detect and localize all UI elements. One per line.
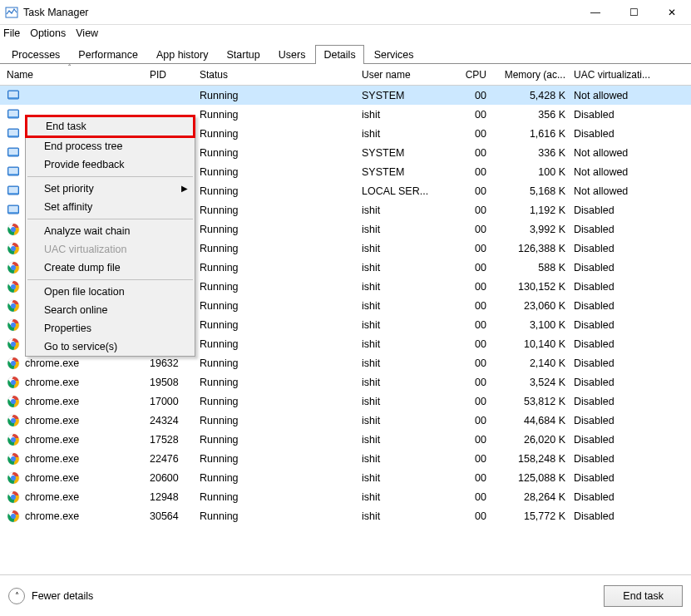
cell-uac: Disabled — [565, 300, 664, 312]
fewer-details-chevron-icon[interactable]: ˄ — [8, 588, 25, 604]
cell-pid: 30564 — [150, 510, 200, 522]
process-name: chrome.exe — [25, 377, 79, 388]
chrome-icon — [7, 318, 20, 332]
cell-uac: Disabled — [565, 224, 664, 235]
column-name[interactable]: Name — [0, 69, 150, 81]
column-cpu[interactable]: CPU — [453, 69, 486, 81]
cell-status: Running — [200, 510, 362, 522]
svg-rect-12 — [9, 187, 18, 193]
generic-app-icon — [7, 185, 20, 198]
cell-pid: 17528 — [150, 434, 200, 446]
cell-memory: 158,248 K — [486, 453, 565, 465]
table-row[interactable]: chrome.exe20600Runningishit00125,088 KDi… — [0, 468, 691, 487]
context-open-file-location[interactable]: Open file location — [26, 283, 195, 301]
end-task-button[interactable]: End task — [604, 585, 683, 607]
cell-cpu: 00 — [453, 377, 486, 388]
cell-cpu: 00 — [453, 434, 486, 446]
close-button[interactable]: ✕ — [653, 0, 691, 25]
context-separator — [27, 176, 193, 177]
cell-user: ishit — [362, 453, 453, 465]
fewer-details-label[interactable]: Fewer details — [32, 590, 93, 602]
column-user[interactable]: User name — [362, 69, 453, 81]
cell-status: Running — [200, 357, 362, 369]
cell-user: SYSTEM — [362, 147, 453, 159]
cell-user: ishit — [362, 357, 453, 369]
cell-user: ishit — [362, 205, 453, 216]
cell-uac: Disabled — [565, 262, 664, 274]
cell-memory: 26,020 K — [486, 434, 565, 446]
cell-memory: 15,772 K — [486, 510, 565, 522]
column-memory[interactable]: Memory (ac... — [486, 69, 565, 81]
tab-startup[interactable]: Startup — [218, 45, 268, 64]
cell-status: Running — [200, 185, 362, 197]
tab-users[interactable]: Users — [270, 45, 314, 64]
cell-uac: Disabled — [565, 128, 664, 140]
cell-uac: Not allowed — [565, 90, 664, 101]
menu-options[interactable]: Options — [30, 27, 66, 39]
process-name: chrome.exe — [25, 415, 79, 426]
generic-app-icon — [7, 204, 20, 217]
column-uac[interactable]: UAC virtualizati... — [565, 69, 664, 81]
context-provide-feedback[interactable]: Provide feedback — [26, 155, 195, 174]
cell-uac: Disabled — [565, 357, 664, 369]
context-set-priority[interactable]: Set priority ▶ — [26, 180, 195, 198]
menu-view[interactable]: View — [76, 27, 98, 39]
context-search-online[interactable]: Search online — [26, 301, 195, 319]
cell-status: Running — [200, 415, 362, 426]
cell-user: SYSTEM — [362, 166, 453, 178]
maximize-button[interactable]: ☐ — [614, 0, 653, 25]
cell-uac: Disabled — [565, 434, 664, 446]
column-status[interactable]: Status — [200, 69, 362, 81]
menu-file[interactable]: File — [3, 27, 20, 39]
context-go-to-services[interactable]: Go to service(s) — [26, 338, 195, 356]
cell-cpu: 00 — [453, 185, 486, 197]
process-name: chrome.exe — [25, 434, 79, 446]
context-analyze-wait-chain[interactable]: Analyze wait chain — [26, 222, 195, 240]
table-row[interactable]: chrome.exe24324Runningishit0044,684 KDis… — [0, 411, 691, 430]
context-end-process-tree[interactable]: End process tree — [26, 137, 195, 155]
context-set-affinity[interactable]: Set affinity — [26, 198, 195, 216]
tab-app-history[interactable]: App history — [148, 45, 217, 64]
cell-cpu: 00 — [453, 166, 486, 178]
tab-details[interactable]: Details — [315, 45, 363, 64]
tab-services[interactable]: Services — [366, 45, 422, 64]
cell-status: Running — [200, 243, 362, 254]
cell-cpu: 00 — [453, 453, 486, 465]
table-row[interactable]: chrome.exe30564Runningishit0015,772 KDis… — [0, 506, 691, 525]
cell-memory: 356 K — [486, 109, 565, 121]
context-set-priority-label: Set priority — [44, 183, 94, 195]
context-end-task[interactable]: End task — [25, 115, 195, 138]
context-properties[interactable]: Properties — [26, 319, 195, 338]
cell-name: chrome.exe — [0, 471, 150, 485]
table-row[interactable]: chrome.exe22476Runningishit00158,248 KDi… — [0, 449, 691, 468]
cell-status: Running — [200, 319, 362, 331]
process-name: chrome.exe — [25, 491, 79, 503]
cell-cpu: 00 — [453, 109, 486, 121]
column-pid[interactable]: PID — [150, 69, 200, 81]
tab-performance[interactable]: Performance — [70, 45, 146, 64]
context-create-dump[interactable]: Create dump file — [26, 259, 195, 277]
svg-rect-8 — [9, 149, 18, 155]
cell-uac: Disabled — [565, 377, 664, 388]
cell-status: Running — [200, 472, 362, 484]
cell-pid: 22476 — [150, 453, 200, 465]
table-row[interactable]: chrome.exe19508Runningishit003,524 KDisa… — [0, 372, 691, 392]
table-row[interactable]: chrome.exe17528Runningishit0026,020 KDis… — [0, 430, 691, 449]
cell-name: chrome.exe — [0, 433, 150, 446]
table-row[interactable]: RunningSYSTEM005,428 KNot allowed — [0, 86, 691, 105]
task-manager-icon — [5, 6, 18, 19]
tab-strip: Processes Performance App history Startu… — [0, 42, 691, 64]
cell-user: ishit — [362, 319, 453, 331]
cell-user: ishit — [362, 472, 453, 484]
table-row[interactable]: chrome.exe12948Runningishit0028,264 KDis… — [0, 487, 691, 506]
window-title: Task Manager — [23, 7, 576, 18]
minimize-button[interactable]: — — [576, 0, 614, 25]
cell-memory: 336 K — [486, 147, 565, 159]
tab-processes[interactable]: Processes — [3, 45, 68, 64]
cell-memory: 588 K — [486, 262, 565, 274]
cell-uac: Disabled — [565, 319, 664, 331]
cell-user: ishit — [362, 396, 453, 407]
cell-status: Running — [200, 491, 362, 503]
cell-memory: 3,100 K — [486, 319, 565, 331]
table-row[interactable]: chrome.exe17000Runningishit0053,812 KDis… — [0, 392, 691, 411]
